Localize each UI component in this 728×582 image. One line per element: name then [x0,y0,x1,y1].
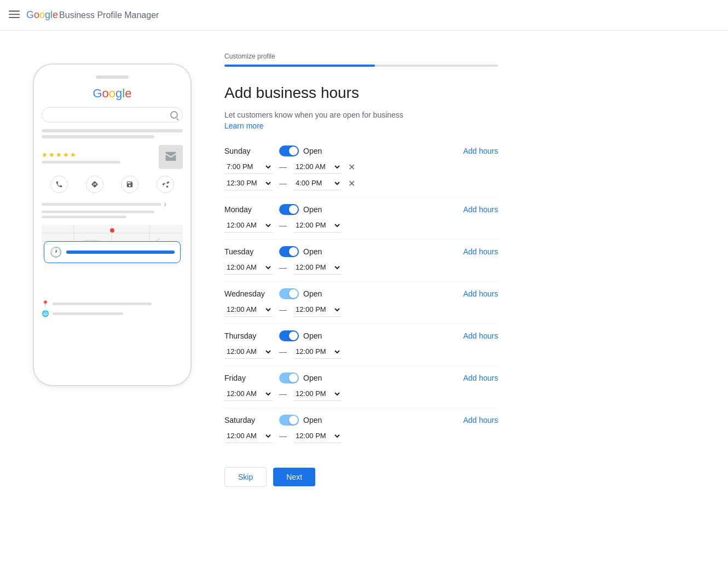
phone-website-line [53,312,123,315]
phone-preview: Google ★ ★ ★ [33,53,192,560]
end-time-monday-0[interactable]: 12:00 PM [293,218,342,232]
start-time-sunday-1[interactable]: 12:30 PM [224,176,273,190]
time-separator-6-0: — [279,432,287,440]
learn-more-link[interactable]: Learn more [224,121,264,130]
phone-detail-line-1 [42,203,161,206]
toggle-container-wednesday: Open [279,288,322,299]
progress-bar-fill [224,65,375,67]
start-time-wednesday-0[interactable]: 12:00 AM [224,302,273,317]
phone-address-row: 📍 [42,300,183,307]
day-name-friday: Friday [224,374,279,382]
end-time-thursday-0[interactable]: 12:00 PM [293,345,342,359]
day-row-monday: MondayOpenAdd hours12:00 AM—12:00 PM [224,204,498,240]
phone-hours-card: 🕐 [44,241,181,263]
start-time-sunday-0[interactable]: 7:00 PM [224,160,273,174]
menu-icon[interactable] [9,9,20,21]
add-hours-btn-sunday[interactable]: Add hours [463,147,498,155]
end-time-tuesday-0[interactable]: 12:00 PM [293,260,342,275]
open-label-monday: Open [303,205,322,214]
add-hours-btn-monday[interactable]: Add hours [463,205,498,214]
remove-time-btn-sunday-1[interactable]: ✕ [346,177,357,190]
toggle-tuesday[interactable] [279,246,299,257]
time-row-wednesday-0: 12:00 AM—12:00 PM [224,302,498,317]
day-row-thursday: ThursdayOpenAdd hours12:00 AM—12:00 PM [224,330,498,366]
start-time-friday-0[interactable]: 12:00 AM [224,387,273,401]
toggle-saturday[interactable] [279,415,299,426]
day-name-wednesday: Wednesday [224,289,279,298]
remove-time-btn-sunday-0[interactable]: ✕ [346,161,357,173]
phone-pin-icon: 📍 [42,300,49,307]
app-header: Google Business Profile Manager [0,0,728,31]
phone-stars-row: ★ ★ ★ ★ ★ [42,145,183,169]
open-label-friday: Open [303,374,322,382]
phone-google-logo: Google [42,86,183,101]
add-hours-btn-tuesday[interactable]: Add hours [463,247,498,256]
day-name-tuesday: Tuesday [224,247,279,256]
hours-section: SundayOpenAdd hours7:00 PM—12:00 AM✕12:3… [224,146,498,450]
toggle-monday[interactable] [279,204,299,215]
svg-point-10 [110,228,114,232]
day-name-thursday: Thursday [224,331,279,340]
end-time-sunday-1[interactable]: 4:00 PM [293,176,342,190]
phone-website-row: 🌐 [42,310,183,317]
toggle-container-tuesday: Open [279,246,322,257]
time-separator-0-0: — [279,162,287,171]
day-header-saturday: SaturdayOpenAdd hours [224,415,498,426]
phone-hours-bar [66,251,175,254]
toggle-container-friday: Open [279,373,322,383]
skip-button[interactable]: Skip [224,467,267,487]
phone-search-bar [42,107,183,123]
start-time-monday-0[interactable]: 12:00 AM [224,218,273,232]
time-row-thursday-0: 12:00 AM—12:00 PM [224,345,498,359]
end-time-sunday-0[interactable]: 12:00 AM [293,160,342,174]
phone-directions-btn [86,176,103,193]
time-row-sunday-0: 7:00 PM—12:00 AM✕ [224,160,498,174]
toggle-sunday[interactable] [279,146,299,156]
main-content: Google ★ ★ ★ [0,31,728,582]
phone-search-icon [170,111,178,119]
day-row-tuesday: TuesdayOpenAdd hours12:00 AM—12:00 PM [224,246,498,282]
toggle-friday[interactable] [279,373,299,383]
time-separator-1-0: — [279,221,287,230]
toggle-wednesday[interactable] [279,288,299,299]
next-button[interactable]: Next [273,468,315,486]
toggle-thursday[interactable] [279,330,299,341]
phone-address-line [53,302,152,305]
phone-clock-icon: 🕐 [50,246,62,258]
time-separator-0-1: — [279,179,287,188]
phone-line-1 [42,129,183,132]
day-header-tuesday: TuesdayOpenAdd hours [224,246,498,257]
svg-rect-1 [9,14,20,15]
phone-detail-line-2 [42,211,154,213]
progress-bar-container [224,65,498,67]
add-hours-btn-friday[interactable]: Add hours [463,374,498,382]
day-row-saturday: SaturdayOpenAdd hours12:00 AM—12:00 PM [224,415,498,450]
phone-bottom: 📍 🌐 [42,300,183,317]
open-label-sunday: Open [303,147,322,155]
time-row-tuesday-0: 12:00 AM—12:00 PM [224,260,498,275]
add-hours-btn-saturday[interactable]: Add hours [463,416,498,424]
start-time-thursday-0[interactable]: 12:00 AM [224,345,273,359]
day-header-friday: FridayOpenAdd hours [224,373,498,383]
phone-globe-icon: 🌐 [42,310,49,317]
svg-rect-2 [9,17,20,18]
toggle-container-monday: Open [279,204,322,215]
day-header-wednesday: WednesdayOpenAdd hours [224,288,498,299]
toggle-container-thursday: Open [279,330,322,341]
day-name-saturday: Saturday [224,416,279,424]
start-time-saturday-0[interactable]: 12:00 AM [224,429,273,443]
toggle-container-saturday: Open [279,415,322,426]
phone-line-2 [42,135,154,138]
phone-speaker [96,75,129,79]
bottom-actions: Skip Next [224,467,498,487]
time-row-friday-0: 12:00 AM—12:00 PM [224,387,498,401]
add-hours-btn-thursday[interactable]: Add hours [463,331,498,340]
end-time-friday-0[interactable]: 12:00 PM [293,387,342,401]
end-time-saturday-0[interactable]: 12:00 PM [293,429,342,443]
start-time-tuesday-0[interactable]: 12:00 AM [224,260,273,275]
day-name-monday: Monday [224,205,279,214]
add-hours-btn-wednesday[interactable]: Add hours [463,289,498,298]
google-logo: Google Business Profile Manager [26,9,159,21]
end-time-wednesday-0[interactable]: 12:00 PM [293,302,342,317]
phone-call-btn [50,176,68,193]
